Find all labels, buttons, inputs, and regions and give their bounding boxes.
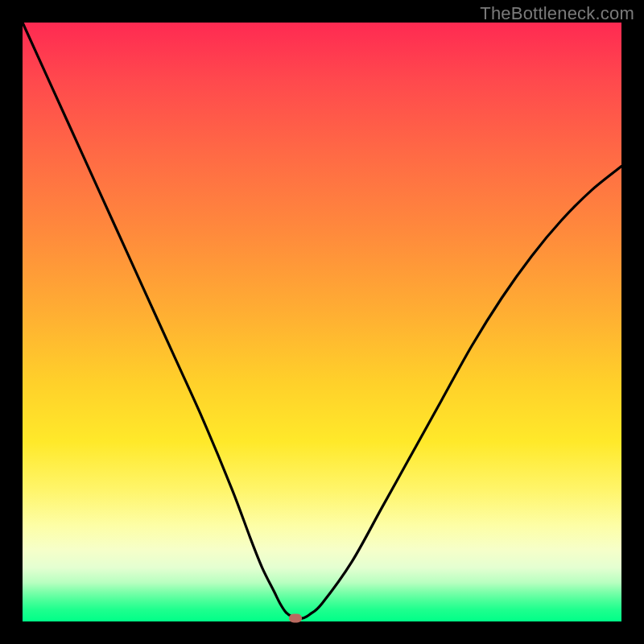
plot-area [23,23,621,621]
minimum-marker [289,614,302,623]
chart-frame: TheBottleneck.com [0,0,644,644]
watermark-text: TheBottleneck.com [480,3,634,24]
curve-path [23,23,621,618]
bottleneck-curve [23,23,621,621]
